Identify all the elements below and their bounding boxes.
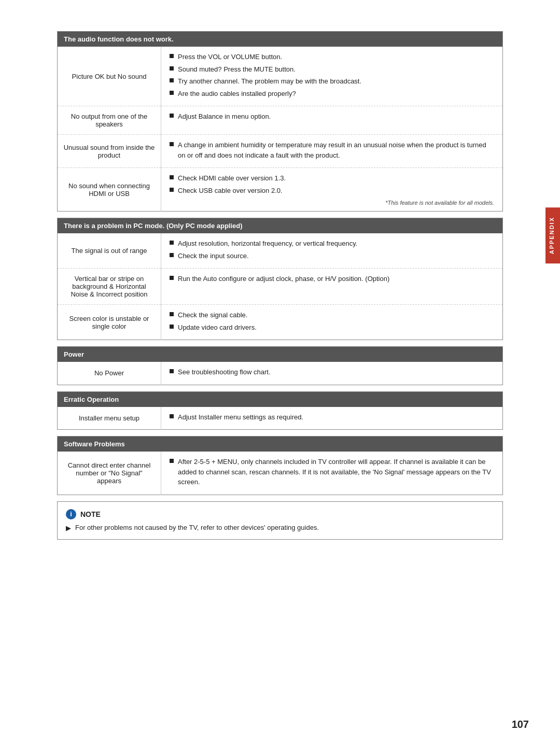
note-icon: i <box>66 509 76 519</box>
bullet-icon <box>170 241 174 245</box>
solution-text: Check USB cable over version 2.0. <box>178 186 283 196</box>
table-row: Vertical bar or stripe on background & H… <box>58 269 503 305</box>
solution-cell: Press the VOL or VOLUME button. Sound mu… <box>161 47 503 106</box>
table-row: Installer menu setup Adjust Installer me… <box>58 407 503 430</box>
bullet-icon <box>170 175 174 179</box>
bullet-icon <box>170 312 174 316</box>
table-row: No Power See troubleshooting flow chart. <box>58 362 503 385</box>
problem-text: No output from one of the speakers <box>71 112 147 128</box>
problem-text: Screen color is unstable or single color <box>69 315 149 330</box>
appendix-label: APPENDIX <box>549 217 555 254</box>
list-item: A change in ambient humidity or temperat… <box>170 140 494 160</box>
appendix-tab: APPENDIX <box>545 207 560 263</box>
note-title-text: NOTE <box>80 510 101 518</box>
solution-text: Adjust Installer menu settings as requir… <box>178 412 303 423</box>
power-table: Power No Power See troubleshooting flow … <box>57 346 503 385</box>
bullet-icon <box>170 325 174 329</box>
bullet-icon <box>170 459 174 463</box>
problem-text: No Power <box>94 369 124 377</box>
table-row: Cannot direct enter channel number or "N… <box>58 452 503 495</box>
bullet-icon <box>170 142 174 146</box>
list-item: Check HDMI cable over version 1.3. <box>170 173 494 184</box>
problem-text: Cannot direct enter channel number or "N… <box>68 461 151 485</box>
solution-cell: A change in ambient humidity or temperat… <box>161 135 503 168</box>
problem-cell: No Power <box>58 362 161 385</box>
bullet-icon <box>170 114 174 118</box>
arrow-icon: ▶ <box>66 524 71 532</box>
erratic-table: Erratic Operation Installer menu setup A… <box>57 391 503 430</box>
problem-cell: No sound when connecting HDMI or USB <box>58 168 161 212</box>
problem-cell: Vertical bar or stripe on background & H… <box>58 269 161 305</box>
problem-cell: The signal is out of range <box>58 233 161 269</box>
list-item: Run the Auto configure or adjust clock, … <box>170 274 494 284</box>
solution-cell: After 2-5-5 + MENU, only channels includ… <box>161 452 503 495</box>
solution-text: A change in ambient humidity or temperat… <box>178 140 494 160</box>
pcmode-table: There is a problem in PC mode. (Only PC … <box>57 218 503 340</box>
solution-text: Sound muted? Press the MUTE button. <box>178 64 296 75</box>
list-item: Update video card drivers. <box>170 322 494 333</box>
page-number: 107 <box>512 719 529 730</box>
problem-cell: Picture OK but No sound <box>58 47 161 106</box>
problem-cell: Installer menu setup <box>58 407 161 430</box>
solution-text: Check the input source. <box>178 251 249 261</box>
note-box: i NOTE ▶ For other problems not caused b… <box>57 501 503 540</box>
table-row: Screen color is unstable or single color… <box>58 305 503 340</box>
bullet-icon <box>170 188 174 192</box>
note-title: i NOTE <box>66 509 494 519</box>
solution-text: See troubleshooting flow chart. <box>178 367 271 377</box>
solution-cell: Run the Auto configure or adjust clock, … <box>161 269 503 305</box>
problem-text: Vertical bar or stripe on background & H… <box>71 275 147 298</box>
solution-cell: Check HDMI cable over version 1.3. Check… <box>161 168 503 212</box>
problem-cell: Screen color is unstable or single color <box>58 305 161 340</box>
solution-cell: Adjust Installer menu settings as requir… <box>161 407 503 430</box>
bullet-icon <box>170 54 174 58</box>
list-item: Are the audio cables installed properly? <box>170 89 494 99</box>
bullet-icon <box>170 66 174 71</box>
list-item: After 2-5-5 + MENU, only channels includ… <box>170 457 494 487</box>
problem-text: Unusual sound from inside the product <box>64 144 155 159</box>
solution-text: Check HDMI cable over version 1.3. <box>178 173 286 184</box>
power-header: Power <box>58 347 503 362</box>
pcmode-header: There is a problem in PC mode. (Only PC … <box>58 218 503 234</box>
list-item: Try another channel. The problem may be … <box>170 76 494 87</box>
table-row: The signal is out of range Adjust resolu… <box>58 233 503 269</box>
table-row: Unusual sound from inside the product A … <box>58 135 503 168</box>
note-text: ▶ For other problems not caused by the T… <box>66 524 494 532</box>
problem-cell: Unusual sound from inside the product <box>58 135 161 168</box>
page-wrapper: The audio function does not work. Pictur… <box>26 0 534 571</box>
erratic-header: Erratic Operation <box>58 391 503 407</box>
list-item: Check the signal cable. <box>170 310 494 320</box>
list-item: Check the input source. <box>170 251 494 261</box>
software-table: Software Problems Cannot direct enter ch… <box>57 436 503 495</box>
software-header: Software Problems <box>58 437 503 452</box>
list-item: Check USB cable over version 2.0. <box>170 186 494 196</box>
bullet-icon <box>170 253 174 257</box>
problem-cell: No output from one of the speakers <box>58 106 161 135</box>
bullet-icon <box>170 78 174 82</box>
solution-text: Are the audio cables installed properly? <box>178 89 296 99</box>
bullet-icon <box>170 369 174 373</box>
table-row: No sound when connecting HDMI or USB Che… <box>58 168 503 212</box>
table-row: Picture OK but No sound Press the VOL or… <box>58 47 503 106</box>
problem-cell: Cannot direct enter channel number or "N… <box>58 452 161 495</box>
bullet-icon <box>170 276 174 280</box>
solution-text: After 2-5-5 + MENU, only channels includ… <box>178 457 494 487</box>
solution-text: Press the VOL or VOLUME button. <box>178 52 282 62</box>
list-item: Adjust Balance in menu option. <box>170 111 494 122</box>
solution-text: Adjust resolution, horizontal frequency,… <box>178 238 357 249</box>
solution-text: Try another channel. The problem may be … <box>178 76 361 87</box>
list-item: Sound muted? Press the MUTE button. <box>170 64 494 75</box>
solution-text: Check the signal cable. <box>178 310 247 320</box>
note-body: For other problems not caused by the TV,… <box>75 524 319 531</box>
list-item: See troubleshooting flow chart. <box>170 367 494 377</box>
problem-text: No sound when connecting HDMI or USB <box>68 182 150 198</box>
solution-text: Update video card drivers. <box>178 322 257 333</box>
list-item: Press the VOL or VOLUME button. <box>170 52 494 62</box>
bullet-icon <box>170 414 174 418</box>
solution-cell: Adjust Balance in menu option. <box>161 106 503 135</box>
solution-text: Adjust Balance in menu option. <box>178 111 271 122</box>
audio-header: The audio function does not work. <box>58 32 503 47</box>
table-row: No output from one of the speakers Adjus… <box>58 106 503 135</box>
solution-cell: See troubleshooting flow chart. <box>161 362 503 385</box>
solution-text: Run the Auto configure or adjust clock, … <box>178 274 389 284</box>
